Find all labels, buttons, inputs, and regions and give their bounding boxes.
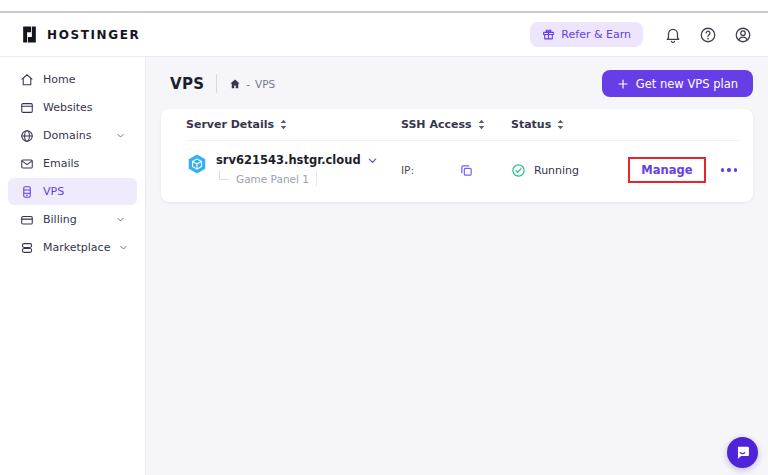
check-circle-icon xyxy=(511,163,526,178)
sort-icon[interactable] xyxy=(557,119,564,130)
sidebar-item-billing[interactable]: Billing xyxy=(8,206,137,233)
column-label: SSH Access xyxy=(401,118,472,131)
vps-table-card: Server Details SSH Access Status xyxy=(161,109,753,202)
account-menu-button[interactable] xyxy=(732,24,754,46)
page-title: VPS xyxy=(170,75,204,93)
sidebar-item-websites[interactable]: Websites xyxy=(8,94,137,121)
chevron-down-icon xyxy=(116,131,125,140)
breadcrumb-current: VPS xyxy=(255,78,275,90)
stack-icon xyxy=(20,241,34,255)
server-hostname: srv621543.hstgr.cloud xyxy=(216,153,361,167)
refer-and-earn-label: Refer & Earn xyxy=(561,28,631,41)
plus-icon xyxy=(617,78,629,90)
server-name-toggle[interactable]: srv621543.hstgr.cloud xyxy=(216,153,378,167)
manage-annotation-highlight: Manage xyxy=(628,157,705,183)
sidebar-item-home[interactable]: Home xyxy=(8,66,137,93)
sidebar-item-label: Home xyxy=(43,73,75,86)
sidebar-item-label: Marketplace xyxy=(43,241,110,254)
bell-icon xyxy=(664,26,682,44)
question-mark-icon xyxy=(699,26,717,44)
hostinger-h-icon xyxy=(20,25,39,44)
more-options-button[interactable] xyxy=(719,163,740,177)
sidebar-item-label: Billing xyxy=(43,213,77,226)
sort-icon[interactable] xyxy=(280,119,287,130)
credit-card-icon xyxy=(20,213,34,227)
status-cell: Running xyxy=(511,163,628,178)
hostinger-logo[interactable]: HOSTINGER xyxy=(20,25,140,44)
browser-edge-strip xyxy=(0,0,768,13)
brand-name: HOSTINGER xyxy=(47,28,140,42)
envelope-icon xyxy=(20,157,34,171)
breadcrumb-separator: - xyxy=(246,78,250,90)
breadcrumb-home-icon[interactable] xyxy=(229,78,241,90)
browser-window-icon xyxy=(20,101,34,115)
ip-label: IP: xyxy=(401,164,414,176)
home-icon xyxy=(20,73,34,87)
server-details-cell: srv621543.hstgr.cloud Game Panel 1 xyxy=(186,153,401,187)
server-label-row: Game Panel 1 xyxy=(216,170,378,187)
sidebar: Home Websites Domains xyxy=(0,57,146,475)
sidebar-item-label: VPS xyxy=(43,185,64,198)
main-content: VPS - VPS Get new VPS plan xyxy=(146,57,768,475)
column-server-details[interactable]: Server Details xyxy=(186,118,401,131)
notifications-button[interactable] xyxy=(662,24,684,46)
refer-and-earn-button[interactable]: Refer & Earn xyxy=(530,22,643,47)
column-ssh-access[interactable]: SSH Access xyxy=(401,118,511,131)
game-panel-hexagon-icon xyxy=(186,153,208,187)
get-new-vps-plan-label: Get new VPS plan xyxy=(636,77,738,91)
hostinger-hpanel: HOSTINGER Refer & Earn xyxy=(0,0,768,475)
server-icon xyxy=(20,185,34,199)
row-actions: Manage xyxy=(628,157,739,183)
sidebar-item-label: Emails xyxy=(43,157,79,170)
column-label: Server Details xyxy=(186,118,274,131)
server-label[interactable]: Game Panel 1 xyxy=(236,173,309,185)
sidebar-item-emails[interactable]: Emails xyxy=(8,150,137,177)
sidebar-item-label: Domains xyxy=(43,129,91,142)
globe-icon xyxy=(20,129,34,143)
page-header: VPS - VPS Get new VPS plan xyxy=(161,70,753,97)
copy-icon xyxy=(459,163,474,178)
tree-connector xyxy=(219,170,229,180)
column-label: Status xyxy=(511,118,551,131)
ellipsis-icon xyxy=(721,168,738,172)
sort-icon[interactable] xyxy=(478,119,485,130)
sidebar-item-marketplace[interactable]: Marketplace xyxy=(8,234,137,261)
chevron-down-icon xyxy=(367,155,378,166)
sidebar-item-vps[interactable]: VPS xyxy=(8,178,137,205)
user-avatar-icon xyxy=(734,26,752,44)
table-row: srv621543.hstgr.cloud Game Panel 1 xyxy=(186,141,739,202)
chat-bubble-icon xyxy=(734,444,751,461)
column-status[interactable]: Status xyxy=(511,118,739,131)
breadcrumb: - VPS xyxy=(229,78,275,90)
get-new-vps-plan-button[interactable]: Get new VPS plan xyxy=(602,70,753,97)
title-divider xyxy=(216,74,217,93)
manage-button[interactable]: Manage xyxy=(641,163,692,177)
copy-ip-button[interactable] xyxy=(459,163,474,178)
label-divider xyxy=(316,171,317,186)
sidebar-item-label: Websites xyxy=(43,101,93,114)
top-bar-actions: Refer & Earn xyxy=(530,22,754,47)
sidebar-item-domains[interactable]: Domains xyxy=(8,122,137,149)
chevron-down-icon xyxy=(119,243,128,252)
live-chat-button[interactable] xyxy=(727,437,758,468)
gift-icon xyxy=(542,28,555,41)
ssh-access-cell: IP: xyxy=(401,163,511,178)
table-header: Server Details SSH Access Status xyxy=(186,109,739,141)
top-bar: HOSTINGER Refer & Earn xyxy=(0,13,768,57)
chevron-down-icon xyxy=(116,215,125,224)
status-badge: Running xyxy=(534,164,579,177)
help-button[interactable] xyxy=(697,24,719,46)
